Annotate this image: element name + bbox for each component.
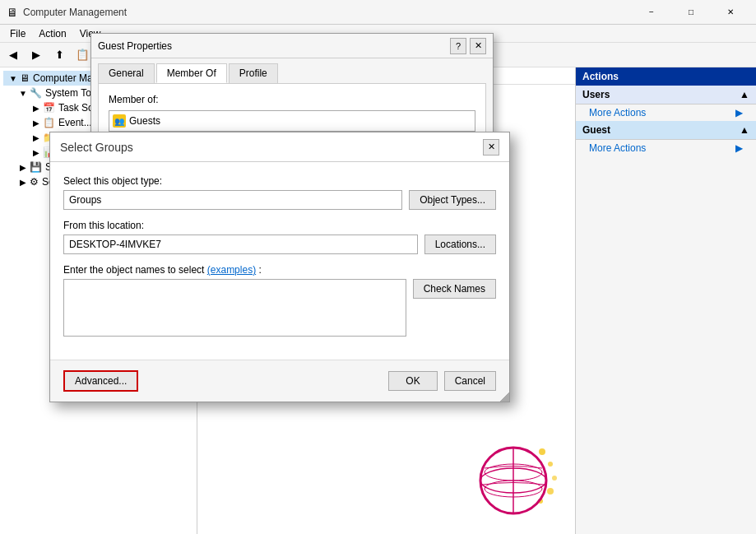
sg-cancel-btn[interactable]: Cancel	[444, 371, 496, 391]
expand-icon-6: ▶	[30, 148, 43, 157]
guest-dialog-title: Guest Properties	[98, 40, 172, 52]
app-icon: 🖥	[7, 6, 18, 19]
close-button[interactable]: ✕	[712, 0, 749, 25]
forward-button[interactable]: ▶	[26, 45, 46, 65]
sg-object-type-input[interactable]	[63, 190, 402, 210]
guest-dialog-title-bar: Guest Properties ? ✕	[91, 34, 493, 58]
guest-section-label: Guest	[582, 124, 610, 136]
users-more-actions[interactable]: More Actions ▶	[576, 104, 756, 121]
maximize-button[interactable]: □	[672, 0, 710, 25]
guest-tab-member-of[interactable]: Member Of	[156, 63, 227, 83]
action-section-guest-title[interactable]: Guest ▲	[576, 121, 756, 140]
sg-title-bar: Select Groups ✕	[50, 132, 509, 162]
sg-names-label: Enter the object names to select (exampl…	[63, 264, 496, 276]
sg-location-group: From this location: Locations...	[63, 220, 496, 254]
member-of-label: Member of:	[109, 94, 475, 105]
guest-groups-list: 👥 Guests	[109, 110, 475, 132]
back-button[interactable]: ◀	[3, 45, 23, 65]
action-section-guest: Guest ▲ More Actions ▶	[576, 121, 756, 156]
services-icon: ⚙	[30, 176, 39, 188]
event-icon: 📋	[43, 117, 55, 128]
sg-location-row: Locations...	[63, 234, 496, 254]
minimize-button[interactable]: −	[633, 0, 670, 25]
computer-icon: 🖥	[20, 72, 30, 84]
sg-names-group: Enter the object names to select (exampl…	[63, 264, 496, 337]
svg-point-1	[548, 462, 553, 467]
group-icon: 👥	[113, 114, 126, 128]
more-actions-arrow-icon: ▶	[735, 107, 743, 118]
guest-dialog-tabs: General Member Of Profile	[91, 58, 493, 83]
sg-title: Select Groups	[60, 141, 133, 154]
tools-icon: 🔧	[30, 87, 42, 99]
sidebar-label-event: Event...	[58, 117, 92, 128]
sg-bottom-bar: Advanced... OK Cancel	[50, 360, 509, 402]
sg-names-input[interactable]	[67, 283, 402, 332]
app-title: Computer Management	[23, 7, 633, 18]
guest-collapse-icon: ▲	[740, 124, 749, 136]
sg-advanced-area: Advanced...	[63, 370, 138, 392]
sg-names-area	[63, 279, 406, 337]
actions-header: Actions	[576, 67, 756, 86]
guest-more-actions[interactable]: More Actions ▶	[576, 140, 756, 156]
sg-object-types-btn[interactable]: Object Types...	[409, 190, 496, 210]
guest-dialog-controls: ? ✕	[450, 38, 486, 54]
expand-icon-8: ▶	[16, 178, 30, 187]
right-panel: Actions Users ▲ More Actions ▶ Guest ▲ M…	[575, 67, 756, 534]
sg-object-type-row: Object Types...	[63, 190, 496, 210]
sg-close-btn[interactable]: ✕	[483, 139, 499, 156]
sg-names-row: Check Names	[63, 279, 496, 337]
menu-action[interactable]: Action	[32, 26, 72, 41]
guest-dialog-help-btn[interactable]: ?	[450, 38, 466, 54]
sg-examples-link[interactable]: (examples)	[207, 264, 256, 276]
guest-group-item: 👥 Guests	[113, 114, 160, 128]
sg-locations-btn[interactable]: Locations...	[424, 234, 496, 254]
expand-icon-4: ▶	[30, 118, 43, 128]
action-section-users: Users ▲ More Actions ▶	[576, 86, 756, 121]
guest-more-actions-arrow-icon: ▶	[735, 142, 743, 154]
task-icon: 📅	[43, 102, 55, 114]
svg-point-3	[547, 488, 554, 495]
expand-icon-3: ▶	[30, 104, 43, 113]
action-section-users-title[interactable]: Users ▲	[576, 86, 756, 104]
properties-button[interactable]: 📋	[72, 45, 92, 65]
sg-object-type-label: Select this object type:	[63, 175, 496, 187]
title-bar: 🖥 Computer Management − □ ✕	[0, 0, 756, 25]
users-collapse-icon: ▲	[740, 89, 749, 100]
sg-object-type-group: Select this object type: Object Types...	[63, 175, 496, 210]
storage-icon: 💾	[30, 161, 42, 173]
sg-check-names-btn[interactable]: Check Names	[413, 279, 496, 299]
up-button[interactable]: ⬆	[49, 45, 69, 65]
users-section-label: Users	[582, 89, 610, 100]
guest-dialog-close-btn[interactable]: ✕	[470, 38, 486, 54]
sg-ok-btn[interactable]: OK	[388, 371, 437, 391]
title-bar-controls: − □ ✕	[633, 0, 749, 25]
guest-tab-general[interactable]: General	[98, 63, 155, 83]
globe-decoration	[468, 427, 567, 526]
menu-file[interactable]: File	[3, 26, 32, 41]
expand-icon: ▼	[7, 74, 20, 83]
select-groups-dialog: Select Groups ✕ Select this object type:…	[49, 132, 510, 402]
sg-resize-handle[interactable]	[499, 392, 509, 402]
expand-icon-2: ▼	[16, 89, 30, 98]
guest-group-name: Guests	[129, 115, 160, 127]
sg-location-label: From this location:	[63, 220, 496, 231]
guest-tab-profile[interactable]: Profile	[229, 63, 278, 83]
expand-icon-7: ▶	[16, 163, 30, 172]
sg-body: Select this object type: Object Types...…	[50, 162, 509, 360]
sg-ok-cancel-area: OK Cancel	[388, 371, 496, 391]
svg-point-2	[552, 476, 557, 481]
svg-point-0	[539, 448, 545, 455]
sg-location-input[interactable]	[63, 234, 418, 254]
sg-advanced-btn[interactable]: Advanced...	[63, 370, 138, 392]
expand-icon-5: ▶	[30, 133, 43, 142]
